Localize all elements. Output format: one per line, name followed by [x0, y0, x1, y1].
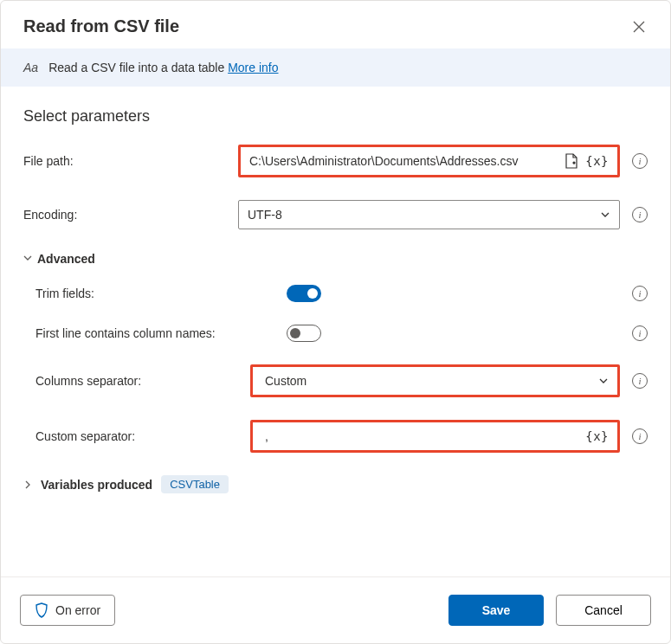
columns-separator-row: Columns separator: Custom i	[23, 364, 648, 397]
file-path-input[interactable]: C:\Users\Administrator\Documents\Address…	[241, 147, 617, 175]
columns-separator-value: Custom	[265, 374, 306, 388]
encoding-value: UTF-8	[248, 208, 282, 222]
encoding-row: Encoding: UTF-8 i	[23, 200, 648, 229]
first-line-toggle[interactable]	[287, 325, 321, 342]
encoding-select[interactable]: UTF-8	[238, 200, 620, 229]
banner-text: Read a CSV file into a data table More i…	[48, 61, 278, 74]
read-csv-dialog: Read from CSV file Aa Read a CSV file in…	[0, 0, 671, 644]
on-error-button[interactable]: On error	[20, 595, 115, 626]
custom-separator-value: ,	[265, 429, 585, 443]
text-format-icon: Aa	[23, 61, 38, 74]
file-path-row: File path: C:\Users\Administrator\Docume…	[23, 145, 648, 177]
variables-produced-label: Variables produced	[41, 478, 152, 492]
variable-picker-icon[interactable]: {x}	[585, 154, 609, 168]
first-line-row: First line contains column names: i	[23, 325, 648, 342]
encoding-label: Encoding:	[23, 208, 238, 222]
advanced-expander[interactable]: Advanced	[23, 252, 648, 266]
custom-separator-row: Custom separator: , {x} i	[23, 420, 648, 453]
close-button[interactable]	[630, 18, 648, 35]
trim-fields-row: Trim fields: i	[23, 285, 648, 302]
file-path-label: File path:	[23, 154, 238, 168]
trim-fields-toggle[interactable]	[287, 285, 321, 302]
chevron-down-icon	[23, 254, 32, 264]
info-icon[interactable]: i	[632, 286, 648, 301]
columns-separator-highlight: Custom	[250, 364, 620, 397]
chevron-right-icon	[23, 478, 32, 492]
on-error-label: On error	[55, 603, 100, 617]
footer-right: Save Cancel	[448, 595, 651, 626]
columns-separator-select[interactable]: Custom	[253, 367, 617, 395]
custom-separator-highlight: , {x}	[250, 420, 620, 453]
dialog-footer: On error Save Cancel	[1, 576, 670, 643]
custom-separator-input[interactable]: , {x}	[253, 422, 617, 450]
file-path-highlight: C:\Users\Administrator\Documents\Address…	[238, 145, 620, 177]
custom-separator-label: Custom separator:	[35, 429, 250, 443]
variable-chip[interactable]: CSVTable	[161, 475, 229, 493]
trim-fields-label: Trim fields:	[35, 287, 287, 300]
dialog-title: Read from CSV file	[23, 16, 179, 36]
info-banner: Aa Read a CSV file into a data table Mor…	[1, 48, 670, 87]
close-icon	[633, 21, 645, 33]
dialog-header: Read from CSV file	[1, 1, 670, 48]
dialog-body: Select parameters File path: C:\Users\Ad…	[1, 87, 670, 576]
first-line-label: First line contains column names:	[35, 326, 287, 340]
variables-produced-expander[interactable]: Variables produced CSVTable	[23, 475, 648, 493]
info-icon[interactable]: i	[632, 207, 648, 222]
info-icon[interactable]: i	[632, 428, 648, 444]
variable-picker-icon[interactable]: {x}	[585, 429, 609, 443]
columns-separator-label: Columns separator:	[35, 374, 250, 388]
info-icon[interactable]: i	[632, 153, 648, 169]
save-button[interactable]: Save	[448, 595, 544, 626]
section-heading: Select parameters	[23, 107, 648, 126]
cancel-button[interactable]: Cancel	[556, 595, 651, 626]
shield-icon	[35, 602, 48, 618]
chevron-down-icon	[598, 376, 609, 386]
info-icon[interactable]: i	[632, 325, 648, 341]
advanced-label: Advanced	[37, 252, 95, 266]
chevron-down-icon	[600, 209, 610, 220]
file-path-value: C:\Users\Administrator\Documents\Address…	[249, 154, 565, 168]
info-icon[interactable]: i	[632, 373, 648, 389]
file-picker-icon[interactable]	[565, 153, 578, 169]
more-info-link[interactable]: More info	[228, 61, 278, 74]
